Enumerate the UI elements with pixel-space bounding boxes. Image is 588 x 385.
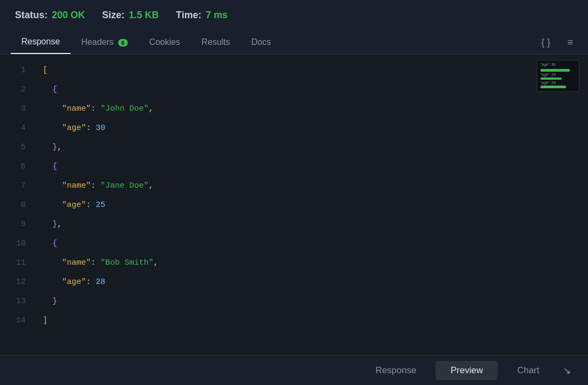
bottom-tab-preview[interactable]: Preview [436, 361, 498, 380]
mini-bar-1 [540, 69, 570, 72]
tab-results[interactable]: Results [191, 31, 241, 53]
status-label: Status: [15, 10, 48, 21]
line-number: 12 [16, 273, 26, 292]
tab-response[interactable]: Response [11, 30, 71, 54]
code-line: "age": 25 [43, 196, 579, 215]
bottom-tab-preview-label: Preview [451, 365, 483, 375]
line-number: 4 [21, 119, 26, 138]
bottom-tab-chart[interactable]: Chart [502, 361, 554, 380]
line-number: 8 [21, 196, 26, 215]
code-line: ] [43, 311, 579, 330]
code-line: } [43, 292, 579, 311]
time-value: 7 ms [206, 10, 228, 21]
line-number: 2 [21, 80, 26, 99]
line-number: 10 [16, 234, 26, 253]
size-label: Size: [102, 10, 125, 21]
mini-bar-3 [540, 86, 566, 88]
line-number: 13 [16, 292, 26, 311]
tab-icons: { } ≡ [537, 35, 577, 50]
line-number: 5 [21, 138, 26, 157]
code-line: "age": 28 [43, 273, 579, 292]
status-item: Status: 200 OK [15, 10, 85, 21]
code-line: }, [43, 138, 579, 157]
bottom-tab-response-label: Response [375, 365, 416, 375]
tab-headers-badge: 6 [118, 39, 128, 47]
line-number: 9 [21, 215, 26, 234]
bottom-bar: Response Preview Chart ↘ [0, 355, 588, 385]
code-line: { [43, 157, 579, 176]
size-item: Size: 1.5 KB [102, 10, 159, 21]
line-numbers: 1234567891011121314 [0, 55, 34, 355]
line-number: 7 [21, 176, 26, 196]
time-label: Time: [176, 10, 202, 21]
line-number: 14 [16, 311, 26, 330]
code-content[interactable]: [ { "name": "John Doe", "age": 30 }, { "… [34, 55, 588, 355]
json-format-icon[interactable]: { } [537, 35, 554, 50]
line-number: 3 [21, 99, 26, 119]
code-line: }, [43, 215, 579, 234]
time-item: Time: 7 ms [176, 10, 228, 21]
tab-response-label: Response [21, 37, 60, 46]
tab-cookies[interactable]: Cookies [138, 31, 191, 53]
tab-cookies-label: Cookies [149, 37, 180, 47]
size-value: 1.5 KB [129, 10, 159, 21]
tab-headers-label: Headers [81, 37, 113, 47]
code-line: "name": "John Doe", [43, 99, 579, 119]
code-area: 1234567891011121314 [ { "name": "John Do… [0, 55, 588, 355]
code-line: "name": "Jane Doe", [43, 176, 579, 196]
status-value: 200 OK [52, 10, 85, 21]
line-number: 1 [21, 61, 26, 80]
line-number: 6 [21, 157, 26, 176]
code-line: { [43, 80, 579, 99]
mini-bar-2 [540, 78, 562, 80]
line-number: 11 [16, 253, 26, 273]
code-line: { [43, 234, 579, 253]
chart-thumbnail: "age": 30 "age": 25 "age": 28 [537, 60, 579, 92]
bottom-tab-response[interactable]: Response [360, 361, 431, 380]
tab-docs[interactable]: Docs [241, 31, 281, 53]
code-line: "name": "Bob Smith", [43, 253, 579, 273]
menu-icon[interactable]: ≡ [563, 35, 577, 50]
tab-docs-label: Docs [251, 37, 270, 47]
resize-icon: ↘ [563, 365, 571, 376]
tab-results-label: Results [202, 37, 230, 47]
code-line: "age": 30 [43, 119, 579, 138]
status-bar: Status: 200 OK Size: 1.5 KB Time: 7 ms [0, 0, 588, 30]
bottom-tab-chart-label: Chart [517, 365, 539, 375]
code-line: [ [43, 61, 579, 80]
tab-headers[interactable]: Headers 6 [71, 31, 138, 53]
tab-bar: Response Headers 6 Cookies Results Docs … [0, 30, 588, 55]
